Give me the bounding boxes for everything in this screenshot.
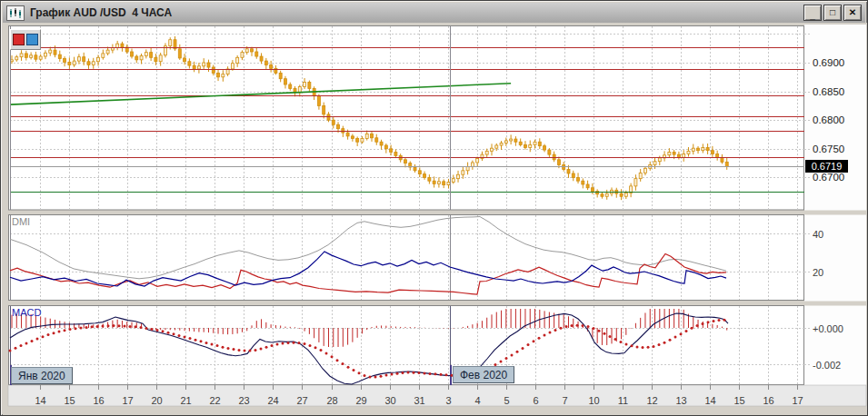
date-tick-label: 21 <box>180 395 191 406</box>
date-tick-label: 6 <box>533 395 538 406</box>
price-tick-label: 0.6850 <box>813 86 844 97</box>
macd-tick-label: +0.000 <box>813 323 843 334</box>
date-tick-label: 14 <box>704 395 715 406</box>
red-tool-button[interactable] <box>13 34 25 45</box>
date-tick-label: 27 <box>296 395 307 406</box>
date-tick-label: 29 <box>355 395 366 406</box>
chart-toolbar <box>10 29 41 50</box>
month-label-jan: Янв 2020 <box>11 367 73 384</box>
date-tick-label: 15 <box>64 395 75 406</box>
date-tick-label: 14 <box>35 395 45 406</box>
price-tick-label: 0.6800 <box>813 114 844 125</box>
price-tick-label: 0.6900 <box>813 57 844 68</box>
chart-canvas[interactable]: 1415161720212223242728293031345671011121… <box>1 1 868 416</box>
date-tick-label: 16 <box>93 395 104 406</box>
date-tick-label: 20 <box>151 395 162 406</box>
month-label-feb: Фев 2020 <box>453 366 514 383</box>
chart-window: График AUD /USD 4 ЧАСА _ □ ✕ 14151617202… <box>0 0 868 416</box>
date-tick-label: 11 <box>618 395 628 406</box>
date-tick-label: 30 <box>384 395 395 406</box>
price-tick-label: 0.6700 <box>813 172 844 183</box>
date-tick-label: 4 <box>474 395 480 406</box>
date-tick-label: 5 <box>504 395 509 406</box>
date-tick-label: 3 <box>445 395 451 406</box>
macd-pane-label: MACD <box>12 307 41 318</box>
date-tick-label: 23 <box>238 395 249 406</box>
date-tick-label: 28 <box>326 395 337 406</box>
date-tick-label: 7 <box>562 395 567 406</box>
date-tick-label: 22 <box>209 395 220 406</box>
blue-tool-button[interactable] <box>26 34 38 45</box>
date-tick-label: 15 <box>733 395 744 406</box>
date-tick-label: 17 <box>792 395 803 406</box>
current-price-badge: 0.6719 <box>805 160 848 173</box>
date-tick-label: 13 <box>675 395 686 406</box>
date-tick-label: 24 <box>267 395 278 406</box>
date-tick-label: 12 <box>646 395 657 406</box>
dmi-tick-label: 20 <box>813 267 823 278</box>
price-tick-label: 0.6750 <box>813 144 844 154</box>
date-tick-label: 31 <box>414 395 424 406</box>
dmi-tick-label: 40 <box>813 229 823 240</box>
date-tick-label: 16 <box>763 395 773 406</box>
macd-tick-label: -0.002 <box>813 360 841 371</box>
date-tick-label: 10 <box>588 395 599 406</box>
date-tick-label: 17 <box>122 395 133 406</box>
dmi-pane-label: DMI <box>12 216 30 227</box>
